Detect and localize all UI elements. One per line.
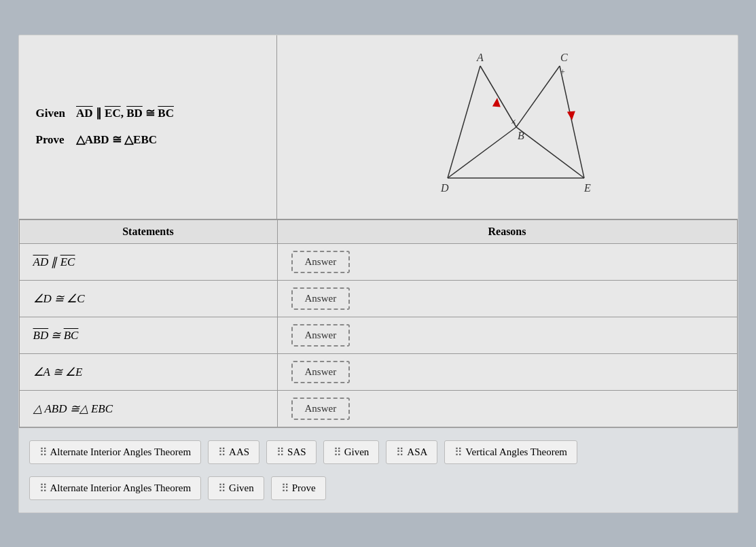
geometry-diagram: × + A C B D E [392, 49, 623, 205]
given-prove-panel: Given AD ∥ EC, BD ≅ BC Prove △ABD ≅ △EBC [19, 35, 277, 219]
chip-aas[interactable]: ⠿ AAS [208, 440, 259, 464]
statement-2: ∠D ≅ ∠C [19, 280, 277, 317]
drag-handle-icon: ⠿ [39, 482, 46, 495]
chip-label: AAS [229, 446, 249, 458]
chip-label: Alternate Interior Angles Theorem [50, 482, 192, 494]
svg-text:+: + [560, 67, 565, 77]
answer-box-4[interactable]: Answer [291, 361, 350, 383]
table-row: BD ≅ BC Answer [19, 317, 737, 353]
statement-3: BD ≅ BC [19, 317, 277, 353]
table-row: ∠D ≅ ∠C Answer [19, 280, 737, 317]
table-row: △ ABD ≅△ EBC Answer [19, 390, 737, 427]
drag-handle-icon: ⠿ [334, 446, 340, 459]
svg-marker-8 [566, 111, 575, 120]
given-label: Given [36, 107, 65, 120]
top-section: Given AD ∥ EC, BD ≅ BC Prove △ABD ≅ △EBC [19, 35, 738, 219]
reason-1: Answer [277, 243, 737, 280]
answer-box-1[interactable]: Answer [291, 251, 350, 273]
main-container: Given AD ∥ EC, BD ≅ BC Prove △ABD ≅ △EBC [18, 35, 738, 513]
drag-handle-icon: ⠿ [454, 446, 461, 459]
reason-3: Answer [277, 317, 737, 353]
drag-handle-icon: ⠿ [281, 482, 288, 495]
label-b: B [518, 130, 524, 141]
answer-box-5[interactable]: Answer [291, 398, 350, 420]
answer-box-2[interactable]: Answer [291, 287, 350, 310]
drag-handle-icon: ⠿ [276, 446, 283, 459]
drag-handle-icon: ⠿ [218, 446, 225, 459]
svg-line-5 [560, 66, 584, 178]
statement-5: △ ABD ≅△ EBC [19, 390, 277, 427]
chip-label: Given [229, 482, 254, 494]
table-row: ∠A ≅ ∠E Answer [19, 353, 737, 390]
chip-vertical-angles[interactable]: ⠿ Vertical Angles Theorem [444, 440, 577, 464]
reason-5: Answer [277, 390, 737, 427]
given-statement: Given AD ∥ EC, BD ≅ BC [36, 103, 259, 124]
chip-asa[interactable]: ⠿ ASA [386, 440, 437, 464]
statement-4: ∠A ≅ ∠E [19, 353, 277, 390]
table-row: AD ∥ EC Answer [19, 243, 737, 280]
label-c: C [560, 52, 568, 63]
svg-line-2 [448, 127, 516, 178]
prove-text: △ABD ≅ △EBC [76, 133, 157, 146]
statement-1: AD ∥ EC [19, 243, 277, 280]
label-e: E [583, 182, 591, 194]
reason-4: Answer [277, 353, 737, 390]
chip-label: Prove [292, 482, 316, 494]
chip-alternate-interior-1[interactable]: ⠿ Alternate Interior Angles Theorem [29, 440, 202, 464]
answer-box-3[interactable]: Answer [291, 324, 350, 347]
given-text: AD ∥ EC, BD ≅ BC [76, 107, 174, 120]
svg-text:×: × [511, 117, 516, 127]
statements-header: Statements [19, 219, 277, 243]
diagram-area: × + A C B D E [277, 35, 738, 219]
drag-items-row1: ⠿ Alternate Interior Angles Theorem ⠿ AA… [19, 427, 738, 476]
chip-label: Alternate Interior Angles Theorem [50, 446, 192, 458]
prove-label: Prove [36, 133, 65, 146]
drag-handle-icon: ⠿ [39, 446, 46, 459]
chip-alternate-interior-2[interactable]: ⠿ Alternate Interior Angles Theorem [29, 476, 202, 500]
chip-sas[interactable]: ⠿ SAS [266, 440, 317, 464]
proof-table: Statements Reasons AD ∥ EC Answer ∠D ≅ ∠… [19, 219, 738, 427]
svg-line-0 [448, 66, 480, 178]
reasons-header: Reasons [277, 219, 737, 243]
chip-label: Vertical Angles Theorem [465, 446, 567, 458]
label-a: A [476, 52, 484, 63]
svg-line-6 [516, 66, 560, 127]
drag-items-row2: ⠿ Alternate Interior Angles Theorem ⠿ Gi… [19, 476, 738, 512]
drag-handle-icon: ⠿ [218, 482, 225, 495]
chip-label: ASA [407, 446, 427, 458]
chip-given-2[interactable]: ⠿ Given [208, 476, 264, 500]
prove-statement: Prove △ABD ≅ △EBC [36, 130, 259, 151]
drag-handle-icon: ⠿ [396, 446, 403, 459]
chip-label: Given [344, 446, 370, 458]
chip-given-1[interactable]: ⠿ Given [323, 440, 380, 464]
chip-label: SAS [287, 446, 306, 458]
chip-prove[interactable]: ⠿ Prove [271, 476, 326, 500]
reason-2: Answer [277, 280, 737, 317]
svg-line-4 [516, 127, 584, 178]
label-d: D [440, 182, 449, 194]
